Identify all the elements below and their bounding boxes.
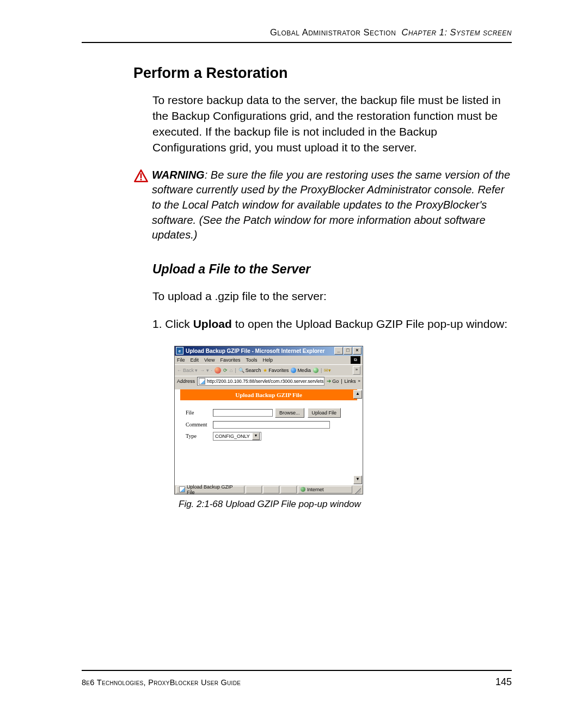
page-footer: 8e6 Technologies, ProxyBlocker User Guid…	[82, 670, 512, 688]
titlebar: e Upload Backup GZIP File - Microsoft In…	[175, 346, 363, 356]
home-icon[interactable]: ⌂	[230, 368, 232, 373]
menu-tools[interactable]: Tools	[246, 357, 257, 363]
warning-icon	[133, 169, 149, 184]
address-bar: Address http://200.10.100.75:88/servlet/…	[175, 376, 363, 386]
file-row: File Browse... Upload File	[186, 408, 352, 418]
page-icon	[199, 378, 205, 385]
svg-point-1	[140, 179, 142, 180]
figure-caption: Fig. 2:1-68 Upload GZIP File pop-up wind…	[179, 499, 512, 510]
address-value: http://200.10.100.75:88/servlet/com.r300…	[207, 379, 324, 384]
history-icon[interactable]	[313, 368, 318, 373]
address-input[interactable]: http://200.10.100.75:88/servlet/com.r300…	[197, 377, 324, 386]
section-title: Perform a Restoration	[133, 65, 512, 82]
header-chapter: Chapter 1: System screen	[402, 27, 512, 37]
chevron-down-icon: ▼	[252, 432, 260, 440]
search-button[interactable]: 🔍Search	[238, 368, 261, 373]
type-select[interactable]: CONFIG_ONLY ▼	[213, 432, 261, 441]
page-banner: Upload Backup GZIP File	[180, 389, 357, 400]
warning-label: WARNING	[152, 169, 205, 181]
ie-logo-icon: ⧉	[351, 356, 360, 364]
browser-viewport: ▲ ▼ Upload Backup GZIP File File Browse.…	[175, 389, 363, 485]
warning-body: : Be sure the file you are restoring use…	[152, 169, 510, 241]
toolbar: ← Back ▾ → ▾ · ⟳ ⌂ | 🔍Search ★Favorites …	[175, 364, 363, 376]
page-header: Global Administrator Section Chapter 1: …	[82, 27, 512, 43]
type-row: Type CONFIG_ONLY ▼	[186, 432, 352, 441]
step-number: 1.	[152, 318, 165, 330]
menubar: File Edit View Favorites Tools Help ⧉	[175, 356, 363, 364]
status-left: Upload Backup GZIP File	[176, 486, 244, 493]
upload-file-button[interactable]: Upload File	[308, 408, 341, 418]
status-right: Internet	[298, 486, 352, 493]
warning-text: WARNING: Be sure the file you are restor…	[152, 168, 512, 243]
browse-button[interactable]: Browse...	[275, 408, 304, 418]
subheading: Upload a File to the Server	[152, 262, 512, 277]
menu-help[interactable]: Help	[262, 357, 273, 363]
ie-icon: e	[176, 347, 183, 355]
scroll-up-button[interactable]: ▲	[353, 390, 362, 399]
minimize-button[interactable]: _	[334, 347, 343, 355]
media-button[interactable]: Media	[291, 368, 311, 373]
stop-icon[interactable]	[215, 367, 221, 374]
sub-intro: To upload a .gzip file to the server:	[152, 289, 512, 304]
maximize-button[interactable]: □	[344, 347, 352, 355]
footer-left: 8e6 Technologies, ProxyBlocker User Guid…	[82, 678, 241, 687]
step-1: 1. Click Upload to open the Upload Backu…	[152, 316, 512, 332]
mail-icon[interactable]: ✉▾	[324, 368, 331, 373]
links-label[interactable]: Links	[345, 379, 356, 384]
status-page-icon	[179, 486, 185, 492]
figure: e Upload Backup GZIP File - Microsoft In…	[174, 346, 512, 510]
comment-input[interactable]	[213, 421, 330, 429]
comment-row: Comment	[186, 421, 352, 429]
scroll-down-button[interactable]: ▼	[353, 475, 362, 484]
file-label: File	[186, 410, 213, 416]
header-section: Global Administrator Section	[270, 27, 396, 37]
forward-button[interactable]: → ▾	[200, 368, 209, 373]
menu-view[interactable]: View	[204, 357, 215, 363]
warning-block: WARNING: Be sure the file you are restor…	[133, 168, 512, 243]
favorites-button[interactable]: ★Favorites	[263, 368, 289, 373]
intro-paragraph: To restore backup data to the server, th…	[152, 93, 512, 156]
type-value: CONFIG_ONLY	[215, 434, 250, 439]
menu-file[interactable]: File	[177, 357, 185, 363]
refresh-icon[interactable]: ⟳	[223, 368, 228, 373]
resize-grip[interactable]	[353, 486, 361, 494]
back-button[interactable]: ← Back ▾	[177, 368, 198, 373]
file-input[interactable]	[213, 409, 273, 417]
address-label: Address	[177, 379, 195, 384]
ie-window: e Upload Backup GZIP File - Microsoft In…	[174, 346, 363, 495]
close-button[interactable]: ×	[353, 347, 362, 355]
comment-label: Comment	[186, 422, 213, 428]
statusbar: Upload Backup GZIP File Internet	[175, 485, 363, 494]
internet-zone-icon	[301, 487, 305, 492]
menu-edit[interactable]: Edit	[191, 357, 199, 363]
window-title: Upload Backup GZIP File - Microsoft Inte…	[186, 348, 324, 354]
type-label: Type	[186, 433, 213, 439]
toolbar-overflow[interactable]: »	[353, 366, 360, 375]
go-button[interactable]: ➔Go	[327, 378, 339, 384]
upload-keyword: Upload	[193, 318, 232, 330]
menu-favorites[interactable]: Favorites	[220, 357, 240, 363]
page-number: 145	[495, 676, 512, 688]
